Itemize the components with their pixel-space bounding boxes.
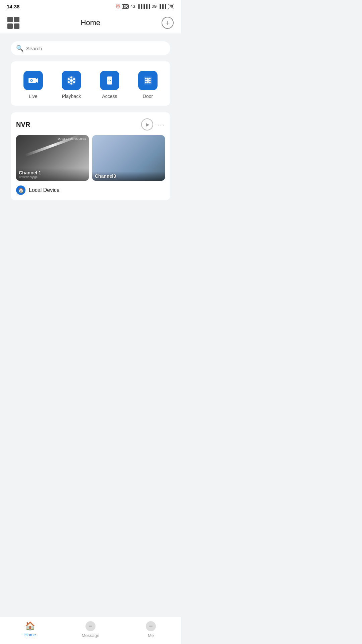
nvr-header: NVR ··· xyxy=(16,118,165,130)
access-icon-wrap xyxy=(100,71,119,90)
nvr-title: NVR xyxy=(16,121,30,128)
signal-4g-icon: 4G xyxy=(130,4,135,8)
add-button[interactable]: ＋ xyxy=(162,17,174,29)
svg-point-16 xyxy=(145,78,147,79)
alarm-icon: ⏰ xyxy=(116,4,120,9)
action-live[interactable]: Live xyxy=(21,71,45,99)
signal-3g-icon: 3G xyxy=(152,4,157,8)
svg-point-18 xyxy=(149,78,151,79)
svg-point-7 xyxy=(73,78,75,80)
hd-badge: HD xyxy=(122,4,129,9)
svg-point-8 xyxy=(68,81,70,83)
channel-1-card[interactable]: 2023-12-25 15:20:31 Channel 1 IPC222 diy… xyxy=(16,135,89,181)
channel-1-sub: IPC222 diyige xyxy=(19,175,86,179)
svg-point-22 xyxy=(145,82,147,84)
access-icon xyxy=(104,75,115,86)
access-label: Access xyxy=(102,94,117,99)
search-input[interactable] xyxy=(26,46,165,51)
playback-label: Playback xyxy=(62,94,81,99)
app-header: Home ＋ xyxy=(0,12,181,34)
channel-3-overlay: Channel3 xyxy=(92,171,165,181)
door-icon-wrap xyxy=(138,71,158,90)
nvr-play-button[interactable] xyxy=(141,118,153,130)
live-camera-icon xyxy=(28,75,39,86)
signal-bars2-icon: ▐▐▐ xyxy=(158,4,166,8)
door-label: Door xyxy=(143,94,153,99)
local-device-label: Local Device xyxy=(29,187,60,193)
playback-icon xyxy=(66,75,77,86)
svg-point-6 xyxy=(68,78,70,80)
svg-point-24 xyxy=(149,82,151,84)
svg-point-20 xyxy=(147,80,149,82)
action-door[interactable]: Door xyxy=(136,71,160,99)
live-label: Live xyxy=(29,94,38,99)
page-title: Home xyxy=(81,18,101,27)
door-icon xyxy=(142,75,154,86)
local-device-icon: 🏠 xyxy=(16,185,25,195)
svg-rect-14 xyxy=(109,80,110,81)
status-bar: 14:38 ⏰ HD 4G ▐▐▐▐▐ 3G ▐▐▐ 79 xyxy=(0,0,181,12)
channel-1-overlay: Channel 1 IPC222 diyige xyxy=(16,168,89,181)
channel-3-name: Channel3 xyxy=(95,173,162,179)
quick-actions-panel: Live Playback xyxy=(11,61,170,106)
svg-point-9 xyxy=(73,81,75,83)
svg-marker-3 xyxy=(36,78,38,83)
status-icons: ⏰ HD 4G ▐▐▐▐▐ 3G ▐▐▐ 79 xyxy=(116,4,174,9)
channel-1-name: Channel 1 xyxy=(19,170,86,175)
svg-point-10 xyxy=(70,83,72,85)
live-icon-wrap xyxy=(23,71,43,90)
svg-point-11 xyxy=(70,79,73,82)
local-device-item[interactable]: 🏠 Local Device xyxy=(16,185,165,195)
action-access[interactable]: Access xyxy=(98,71,121,99)
channels-grid: 2023-12-25 15:20:31 Channel 1 IPC222 diy… xyxy=(16,135,165,181)
playback-icon-wrap xyxy=(62,71,81,90)
status-time: 14:38 xyxy=(7,4,19,9)
nvr-controls: ··· xyxy=(141,118,165,130)
channel-3-card[interactable]: Channel3 xyxy=(92,135,165,181)
search-icon: 🔍 xyxy=(16,45,23,52)
nvr-more-button[interactable]: ··· xyxy=(157,121,165,128)
signal-bars-icon: ▐▐▐▐▐ xyxy=(137,4,150,8)
battery-icon: 79 xyxy=(168,4,174,9)
svg-point-2 xyxy=(31,80,32,81)
svg-point-5 xyxy=(70,76,72,78)
search-bar-container: 🔍 xyxy=(11,41,170,55)
channel-1-timestamp: 2023-12-25 15:20:31 xyxy=(58,137,86,141)
action-playback[interactable]: Playback xyxy=(60,71,83,99)
nvr-section: NVR ··· 2023-12-25 15:20:31 Channel 1 IP… xyxy=(11,112,170,200)
grid-menu-button[interactable] xyxy=(7,17,19,29)
